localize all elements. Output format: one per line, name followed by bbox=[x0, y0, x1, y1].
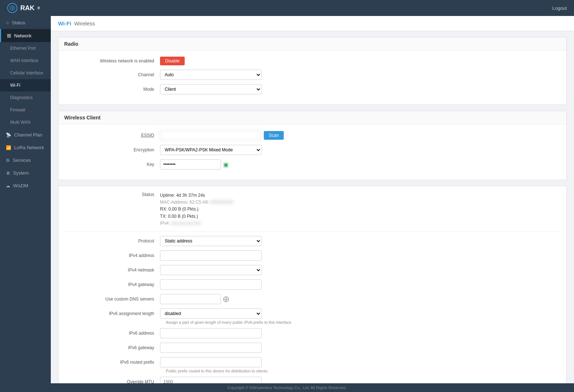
mode-label: Mode bbox=[66, 87, 160, 92]
sidebar: ○ Status ⊞ Network Ethernet Port WAN Int… bbox=[0, 16, 51, 383]
sidebar-item-status[interactable]: ○ Status bbox=[0, 16, 51, 29]
override-mtu-label: Override MTU bbox=[66, 379, 160, 383]
ipv4-address-label: IPv4 address bbox=[66, 253, 160, 258]
page-header: Wi-Fi Wireless bbox=[51, 16, 574, 31]
copyright-text: Copyright © RAKwireless Technology Co., … bbox=[227, 385, 347, 390]
status-mac: MAC-Address: 62:C5:A8: XXXXXXXX bbox=[160, 199, 233, 206]
sidebar-item-services[interactable]: ⚙ Services bbox=[0, 154, 51, 167]
sidebar-item-system[interactable]: 🖥 System bbox=[0, 167, 51, 179]
essid-input[interactable] bbox=[160, 130, 262, 140]
ipv6-routed-helper: Public prefix routed to this device for … bbox=[166, 369, 559, 373]
ipv4-netmask-row: IPv4 netmask 255.255.255.0 255.255.0.0 bbox=[66, 265, 559, 275]
status-tx: TX: 0.00 B (0 Pkts.) bbox=[160, 213, 233, 220]
sidebar-item-wan[interactable]: WAN Interface bbox=[0, 54, 51, 67]
encryption-label: Encryption bbox=[66, 147, 160, 152]
protocol-select[interactable]: Static address DHCP client PPPoE None bbox=[160, 236, 262, 246]
sidebar-item-channelplan[interactable]: 📡 Channel Plan bbox=[0, 128, 51, 141]
protocol-label: Protocol bbox=[66, 238, 160, 244]
ipv6-assign-label: IPv6 assignment length bbox=[66, 311, 160, 316]
radio-section-title: Radio bbox=[58, 37, 566, 51]
custom-dns-input[interactable] bbox=[160, 294, 221, 304]
ipv6-routed-label: IPv6 routed prefix bbox=[66, 360, 160, 365]
logo: RAK ® bbox=[7, 3, 40, 13]
status-label: Status bbox=[66, 192, 160, 197]
mode-select[interactable]: Client Access Point bbox=[160, 84, 262, 94]
status-row: Status Uptime: 4d 3h 37m 24s MAC-Address… bbox=[66, 192, 559, 227]
channel-select[interactable]: Auto bbox=[160, 70, 262, 80]
override-mtu-row: Override MTU bbox=[66, 377, 559, 383]
mode-row: Mode Client Access Point bbox=[66, 84, 559, 94]
essid-label: ESSID bbox=[66, 133, 160, 138]
wisdm-icon: ☁ bbox=[6, 183, 10, 188]
page-title-wireless: Wireless bbox=[74, 20, 95, 26]
status-mac-blurred: XXXXXXXX bbox=[210, 199, 233, 206]
main-content: Wi-Fi Wireless Radio Wireless network is… bbox=[51, 16, 574, 383]
encryption-row: Encryption WPA-PSK/WPA2-PSK Mixed Mode W… bbox=[66, 145, 559, 155]
encryption-select[interactable]: WPA-PSK/WPA2-PSK Mixed Mode WPA2-PSK Non… bbox=[160, 145, 262, 155]
ipv6-address-label: IPv6 address bbox=[66, 331, 160, 336]
radio-section: Radio Wireless network is enabled Disabl… bbox=[58, 37, 567, 105]
ipv6-address-row: IPv6 address bbox=[66, 328, 559, 338]
ipv6-routed-row: IPv6 routed prefix bbox=[66, 357, 559, 367]
ipv6-assign-row: IPv6 assignment length disabled 64 48 bbox=[66, 309, 559, 319]
ipv6-gateway-row: IPv6 gateway bbox=[66, 343, 559, 353]
logo-trademark: ® bbox=[37, 6, 40, 10]
ipv4-address-row: IPv4 address bbox=[66, 250, 559, 261]
wireless-client-body: ESSID Scan Encryption WPA-PSK/WPA2-PSK M… bbox=[58, 124, 566, 180]
ipv6-gateway-input[interactable] bbox=[160, 343, 262, 353]
scan-button[interactable]: Scan bbox=[264, 131, 284, 140]
wireless-client-section: Wireless Client ESSID Scan Encryption WP… bbox=[58, 111, 567, 180]
status-protocol-body: Status Uptime: 4d 3h 37m 24s MAC-Address… bbox=[58, 186, 566, 383]
protocol-row: Protocol Static address DHCP client PPPo… bbox=[66, 236, 559, 246]
sidebar-item-ethernet[interactable]: Ethernet Port bbox=[0, 42, 51, 54]
key-row: Key ▣ bbox=[66, 159, 559, 170]
ipv4-gateway-row: IPv4 gateway bbox=[66, 279, 559, 290]
key-input[interactable] bbox=[160, 159, 221, 170]
topbar: RAK ® Logout bbox=[0, 0, 574, 16]
channel-label: Channel bbox=[66, 72, 160, 77]
status-protocol-section: Status Uptime: 4d 3h 37m 24s MAC-Address… bbox=[58, 186, 567, 383]
key-toggle-icon[interactable]: ▣ bbox=[223, 161, 229, 168]
copyright-bar: Copyright © RAKwireless Technology Co., … bbox=[0, 383, 574, 392]
sidebar-item-multiwan[interactable]: Multi WAN bbox=[0, 116, 51, 128]
ipv4-gateway-input[interactable] bbox=[160, 279, 262, 290]
custom-dns-input-group: ⨁ bbox=[160, 294, 229, 304]
sidebar-item-firewall[interactable]: Firewall bbox=[0, 104, 51, 116]
sidebar-item-diagnostics[interactable]: Diagnostics bbox=[0, 91, 51, 104]
sidebar-item-cellular[interactable]: Cellular Interface bbox=[0, 67, 51, 79]
essid-row: ESSID Scan bbox=[66, 130, 559, 140]
key-input-group: ▣ bbox=[160, 159, 229, 170]
status-rx: RX: 0.00 B (0 Pkts.) bbox=[160, 206, 233, 213]
status-info: Uptime: 4d 3h 37m 24s MAC-Address: 62:C5… bbox=[160, 192, 233, 227]
status-ipv4: IPv4: xxx.xxx.xxx.xxx bbox=[160, 220, 233, 227]
logout-button[interactable]: Logout bbox=[552, 5, 567, 11]
system-icon: 🖥 bbox=[6, 171, 10, 176]
ipv4-gateway-label: IPv4 gateway bbox=[66, 282, 160, 287]
sidebar-item-wifi[interactable]: Wi-Fi bbox=[0, 79, 51, 91]
ipv4-netmask-label: IPv4 netmask bbox=[66, 268, 160, 273]
sidebar-item-network[interactable]: ⊞ Network bbox=[0, 29, 51, 42]
page-title-wifi: Wi-Fi bbox=[58, 20, 71, 26]
ipv6-assign-helper: Assign a part of given length of every p… bbox=[166, 320, 559, 324]
override-mtu-input[interactable] bbox=[160, 377, 262, 383]
custom-dns-row: Use custom DNS servers ⨁ bbox=[66, 294, 559, 304]
status-icon: ○ bbox=[6, 20, 9, 25]
channel-row: Channel Auto bbox=[66, 70, 559, 80]
content-area: Radio Wireless network is enabled Disabl… bbox=[51, 31, 574, 383]
sidebar-item-wisdm[interactable]: ☁ WisDM bbox=[0, 179, 51, 192]
ipv6-gateway-label: IPv6 gateway bbox=[66, 345, 160, 350]
channelplan-icon: 📡 bbox=[6, 132, 11, 138]
sidebar-item-loranetwork[interactable]: 📶 LoRa Network bbox=[0, 141, 51, 154]
ipv4-address-input[interactable] bbox=[160, 250, 262, 261]
status-ipv4-blurred: xxx.xxx.xxx.xxx bbox=[171, 220, 201, 227]
services-icon: ⚙ bbox=[6, 158, 10, 163]
ipv6-assign-select[interactable]: disabled 64 48 bbox=[160, 309, 262, 319]
disable-button[interactable]: Disable bbox=[160, 57, 185, 65]
loranetwork-icon: 📶 bbox=[6, 145, 11, 150]
add-dns-icon[interactable]: ⨁ bbox=[223, 295, 229, 302]
ipv6-routed-input[interactable] bbox=[160, 357, 262, 367]
ipv6-address-input[interactable] bbox=[160, 328, 262, 338]
wireless-client-title: Wireless Client bbox=[58, 111, 566, 124]
network-icon: ⊞ bbox=[7, 33, 11, 38]
ipv4-netmask-select[interactable]: 255.255.255.0 255.255.0.0 bbox=[160, 265, 262, 275]
